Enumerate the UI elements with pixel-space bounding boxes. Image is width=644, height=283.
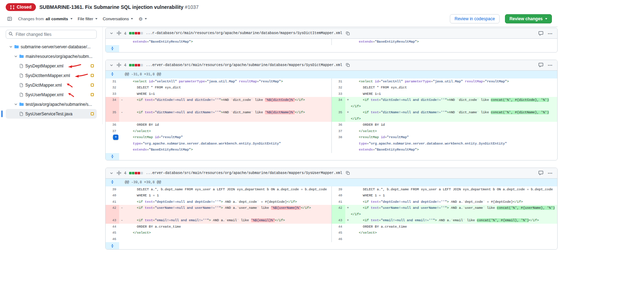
file-kebab-button[interactable]: ⋯ [547, 63, 554, 67]
diff-cell-new: 32 SELECT * FROM sys_dict [331, 85, 558, 91]
tree-file-sysdeptmapper-xml[interactable]: SysDeptMapper.xml [6, 61, 97, 71]
line-number[interactable]: 45 [332, 230, 345, 236]
collapse-file-button[interactable] [109, 63, 114, 67]
expand-hunk-button[interactable] [110, 72, 115, 76]
line-number[interactable] [106, 39, 119, 45]
copy-path-button[interactable] [345, 31, 351, 36]
diff-row: 33 WHERE 1=133 WHERE 1=1 [106, 91, 557, 97]
line-number[interactable]: 41 [106, 199, 119, 205]
file-comment-button[interactable] [538, 62, 544, 68]
file-kebab-button[interactable]: ⋯ [547, 31, 554, 36]
hunk-row: @@ -39,8 +39,8 @@ [106, 179, 557, 186]
file-filter-input[interactable] [6, 30, 97, 39]
viewed-checkbox[interactable] [91, 112, 94, 115]
code-token: id [381, 135, 385, 139]
line-number[interactable]: 31 [106, 78, 119, 85]
expand-diff-button[interactable] [106, 242, 119, 249]
code-token: "BaseEntityResultMap" [375, 148, 417, 152]
tree-file-sysdictmapper-xml[interactable]: SysDictMapper.xml [6, 80, 97, 90]
code-line: - <if test="dictName!=null and dictName!… [119, 109, 331, 122]
line-number[interactable]: 34 [332, 97, 345, 109]
line-number[interactable]: 39 [106, 186, 119, 193]
collapse-file-button[interactable] [109, 31, 114, 36]
tree-folder-test-java-org-apache-submarine-s[interactable]: test/java/org/apache/submarine/s... [6, 99, 97, 109]
line-number[interactable]: 43 [332, 217, 345, 224]
diff-cell-old: extends="BaseEntityResultMap"> [106, 147, 331, 153]
line-number[interactable]: 43 [106, 217, 119, 224]
line-number[interactable] [332, 141, 345, 147]
file-kebab-button[interactable]: ⋯ [547, 171, 554, 175]
viewed-checkbox[interactable] [91, 74, 94, 77]
code-line: + <if test="dictCode!=null and dictCode!… [345, 97, 558, 109]
code-token [125, 110, 137, 114]
line-number[interactable]: 35 [106, 109, 119, 122]
line-number[interactable]: 44 [106, 224, 119, 230]
line-number[interactable]: 31 [332, 78, 345, 85]
expand-diff-button[interactable] [106, 45, 119, 52]
line-number[interactable] [332, 147, 345, 153]
sidebar-toggle-button[interactable] [6, 16, 13, 22]
file-filter-dropdown[interactable]: File filter [78, 17, 97, 21]
viewed-checkbox[interactable] [91, 93, 94, 96]
line-number[interactable]: 41 [332, 199, 345, 205]
commits-dropdown[interactable]: Changes from all commits [18, 17, 73, 21]
code-line: WHERE 1 = 1 [345, 192, 558, 199]
code-token: test [371, 200, 379, 204]
code-token: "org.apache.submarine.server.database.wo… [369, 142, 507, 146]
line-number[interactable]: 37 [332, 128, 345, 135]
pr-closed-icon [10, 5, 15, 10]
review-changes-button[interactable]: Review changes [505, 14, 552, 23]
line-number[interactable]: 45 [106, 230, 119, 236]
collapse-file-button[interactable] [109, 171, 114, 175]
line-number[interactable]: 40 [106, 192, 119, 199]
line-number[interactable]: 34 [106, 97, 119, 109]
line-number[interactable]: 46 [106, 236, 119, 243]
code-token [125, 135, 133, 139]
line-number[interactable]: 42 [332, 205, 345, 217]
tree-file-sysusermapper-xml[interactable]: SysUserMapper.xml [6, 90, 97, 99]
conversations-dropdown[interactable]: Conversations [103, 17, 133, 21]
line-number[interactable]: 42 [106, 205, 119, 217]
line-number[interactable] [106, 147, 119, 153]
review-in-codespace-button[interactable]: Review in codespace [450, 14, 499, 23]
line-number[interactable]: 46 [332, 236, 345, 243]
diff-cell-old: 42- <if test="userName!=null and userNam… [106, 205, 331, 217]
expand-diff-button[interactable] [106, 153, 119, 160]
code-line [119, 236, 331, 243]
code-token: '%${userName}%' [271, 206, 301, 210]
tree-file-sysdictitemmapper-xml[interactable]: SysDictItemMapper.xml [6, 71, 97, 80]
copy-path-button[interactable] [345, 170, 351, 176]
line-number[interactable]: 37 [106, 128, 119, 135]
copy-path-button[interactable] [345, 62, 351, 68]
add-comment-button[interactable]: + [113, 135, 118, 140]
line-number[interactable]: 39 [332, 186, 345, 193]
line-number[interactable]: 33 [106, 91, 119, 97]
line-number[interactable]: 38 [332, 134, 345, 141]
code-line: WHERE 1=1 [345, 91, 558, 97]
line-number[interactable]: 35 [332, 109, 345, 122]
line-number[interactable]: 32 [106, 85, 119, 91]
expand-hunk-button[interactable] [110, 180, 115, 184]
line-number[interactable]: 40 [332, 192, 345, 199]
tree-file-sysuserservicetest-java[interactable]: SysUserServiceTest.java [6, 109, 97, 119]
file-comment-button[interactable] [538, 170, 544, 176]
line-number[interactable] [332, 39, 345, 45]
line-number[interactable]: 32 [332, 85, 345, 91]
file-icon [19, 111, 23, 116]
code-token [125, 148, 133, 152]
line-number[interactable]: 36 [106, 122, 119, 128]
line-number[interactable]: 36 [332, 122, 345, 128]
code-token: AND a.`email` like [211, 218, 251, 222]
viewed-checkbox[interactable] [91, 64, 94, 67]
viewed-checkbox[interactable] [91, 83, 94, 87]
tree-folder-main-resources-org-apache-subm[interactable]: main/resources/org/apache/subm... [6, 51, 97, 61]
diff-settings-dropdown[interactable]: ⚙ [138, 17, 147, 21]
line-number[interactable] [106, 141, 119, 147]
line-number[interactable]: 44 [332, 224, 345, 230]
tree-folder-submarine-server-server-database[interactable]: submarine-server/server-database/... [6, 42, 97, 51]
file-comment-button[interactable] [538, 30, 544, 37]
diffstat-block [132, 64, 134, 66]
line-number[interactable]: 33 [332, 91, 345, 97]
code-token: id [155, 135, 159, 139]
code-token: SELECT * FROM sys_dict [125, 86, 181, 89]
